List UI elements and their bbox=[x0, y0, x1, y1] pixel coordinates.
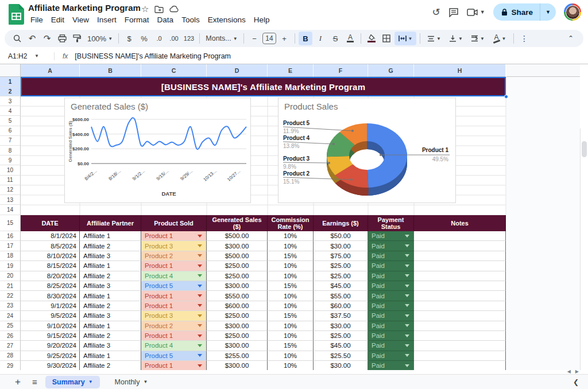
fill-color-button[interactable] bbox=[365, 32, 378, 45]
cell-value[interactable]: $37.50 bbox=[314, 311, 368, 321]
cell-date[interactable]: 8/25/2024 bbox=[21, 281, 80, 291]
formula-input[interactable]: [BUSINESS NAME]'s Affiliate Marketing Pr… bbox=[75, 52, 231, 60]
text-color-button[interactable]: A bbox=[343, 32, 357, 45]
cell-status-dropdown[interactable]: Paid bbox=[368, 301, 414, 311]
cell-value[interactable] bbox=[414, 361, 506, 370]
table-row[interactable]: 9/10/2024Affiliate 1Product 2$300.0010%$… bbox=[21, 321, 506, 331]
version-history-icon[interactable]: ↺ bbox=[432, 6, 440, 18]
cell-product-dropdown[interactable]: Product 3 bbox=[141, 241, 207, 251]
table-row[interactable]: 8/25/2024Affiliate 3Product 5$300.0015%$… bbox=[21, 281, 506, 291]
dropdown-arrow-icon[interactable] bbox=[198, 254, 202, 257]
cell-value[interactable]: $250.00 bbox=[207, 261, 268, 271]
font-select[interactable]: Monts...▼ bbox=[203, 32, 240, 45]
move-folder-icon[interactable] bbox=[154, 6, 164, 13]
table-row[interactable]: 8/1/2024Affiliate 1Product 1$500.0010%$5… bbox=[21, 231, 506, 241]
affiliate-table[interactable]: DATEAffiliate PartnerProduct SoldGenerat… bbox=[21, 215, 506, 370]
cell-status-dropdown[interactable]: Paid bbox=[368, 271, 414, 281]
horizontal-scroll-strip[interactable] bbox=[0, 370, 588, 374]
cell-status-dropdown[interactable]: Paid bbox=[368, 231, 414, 241]
cell-value[interactable] bbox=[414, 261, 506, 271]
cell-value[interactable]: $75.00 bbox=[314, 251, 368, 261]
cell-value[interactable]: $45.00 bbox=[314, 341, 368, 351]
vertical-scrollbar[interactable]: ▲ ▼ bbox=[580, 129, 588, 370]
cell-product-dropdown[interactable]: Product 5 bbox=[141, 351, 207, 361]
cell-value[interactable]: $50.00 bbox=[314, 231, 368, 241]
star-icon[interactable]: ☆ bbox=[141, 4, 149, 14]
cell-partner[interactable]: Affiliate 2 bbox=[80, 361, 141, 370]
cell-value[interactable] bbox=[414, 291, 506, 301]
cell-product-dropdown[interactable]: Product 4 bbox=[141, 271, 207, 281]
cell-value[interactable]: 15% bbox=[268, 311, 314, 321]
menu-item-view[interactable]: View bbox=[68, 14, 93, 25]
cell-status-dropdown[interactable]: Paid bbox=[368, 241, 414, 251]
cell-date[interactable]: 8/15/2024 bbox=[21, 261, 80, 271]
text-wrap-button[interactable]: ▼ bbox=[467, 32, 488, 45]
share-dropdown-caret-icon[interactable]: ▼ bbox=[540, 3, 556, 21]
cell-value[interactable]: $550.00 bbox=[207, 291, 268, 301]
table-row[interactable]: 8/30/2024Affiliate 1Product 1$550.0010%$… bbox=[21, 291, 506, 301]
menu-item-insert[interactable]: Insert bbox=[93, 14, 121, 25]
cell-value[interactable]: 10% bbox=[268, 271, 314, 281]
menu-item-edit[interactable]: Edit bbox=[47, 14, 68, 25]
scroll-right-icon[interactable]: ▶ bbox=[575, 369, 579, 374]
cell-value[interactable] bbox=[414, 241, 506, 251]
cell-value[interactable] bbox=[414, 351, 506, 361]
cell-value[interactable]: 10% bbox=[268, 291, 314, 301]
donut-chart[interactable]: Product Sales Product 511.9%Product 413.… bbox=[278, 98, 456, 203]
cell-value[interactable]: $45.00 bbox=[314, 281, 368, 291]
dropdown-arrow-icon[interactable] bbox=[405, 344, 409, 347]
dropdown-arrow-icon[interactable] bbox=[405, 244, 409, 247]
cell-value[interactable]: $25.50 bbox=[314, 351, 368, 361]
table-row[interactable]: 9/5/2024Affiliate 3Product 3$250.0015%$3… bbox=[21, 311, 506, 321]
cell-value[interactable]: $300.00 bbox=[207, 341, 268, 351]
cell-product-dropdown[interactable]: Product 1 bbox=[141, 291, 207, 301]
dropdown-arrow-icon[interactable] bbox=[405, 334, 409, 337]
cell-value[interactable] bbox=[414, 301, 506, 311]
sheet-title-cell[interactable]: [BUSINESS NAME]'s Affiliate Marketing Pr… bbox=[21, 77, 506, 96]
cell-date[interactable]: 8/1/2024 bbox=[21, 231, 80, 241]
cell-partner[interactable]: Affiliate 2 bbox=[80, 331, 141, 341]
dropdown-arrow-icon[interactable] bbox=[405, 364, 409, 367]
dropdown-arrow-icon[interactable] bbox=[198, 264, 202, 267]
dropdown-arrow-icon[interactable] bbox=[198, 235, 202, 238]
cell-value[interactable]: $30.00 bbox=[314, 241, 368, 251]
dropdown-arrow-icon[interactable] bbox=[198, 324, 202, 327]
comments-icon[interactable] bbox=[448, 7, 459, 17]
cell-value[interactable]: $250.00 bbox=[207, 331, 268, 341]
name-box[interactable]: A1:H2▼ bbox=[0, 52, 44, 60]
cell-value[interactable]: $500.00 bbox=[207, 231, 268, 241]
menu-item-file[interactable]: File bbox=[26, 14, 47, 25]
all-sheets-button[interactable]: ≡ bbox=[32, 377, 37, 387]
italic-button[interactable]: I bbox=[314, 32, 327, 45]
video-call-button[interactable]: ▼ bbox=[467, 9, 485, 16]
menu-item-help[interactable]: Help bbox=[250, 14, 274, 25]
cell-partner[interactable]: Affiliate 1 bbox=[80, 321, 141, 331]
cell-date[interactable]: 9/1/2024 bbox=[21, 301, 80, 311]
cell-partner[interactable]: Affiliate 2 bbox=[80, 301, 141, 311]
more-toolbar-button[interactable]: ⋮ bbox=[517, 32, 531, 45]
cell-product-dropdown[interactable]: Product 2 bbox=[141, 251, 207, 261]
cell-partner[interactable]: Affiliate 1 bbox=[80, 231, 141, 241]
cell-product-dropdown[interactable]: Product 1 bbox=[141, 361, 207, 370]
cell-value[interactable] bbox=[414, 251, 506, 261]
cell-value[interactable]: $25.00 bbox=[314, 261, 368, 271]
cell-value[interactable]: $250.00 bbox=[207, 311, 268, 321]
cell-value[interactable]: $30.00 bbox=[314, 361, 368, 370]
collapse-toolbar-icon[interactable]: ⌃ bbox=[564, 32, 578, 45]
spreadsheet-grid[interactable]: ABCDEFGH 1234567891011121314151617181920… bbox=[0, 64, 588, 370]
sheet-tab-caret-icon[interactable]: ▼ bbox=[143, 379, 148, 384]
account-avatar[interactable] bbox=[564, 3, 581, 21]
dropdown-arrow-icon[interactable] bbox=[198, 285, 202, 287]
cell-partner[interactable]: Affiliate 3 bbox=[80, 281, 141, 291]
table-row[interactable]: 9/15/2024Affiliate 2Product 1$250.0010%$… bbox=[21, 331, 506, 341]
dropdown-arrow-icon[interactable] bbox=[198, 304, 202, 307]
cloud-status-icon[interactable] bbox=[169, 6, 179, 13]
print-icon[interactable] bbox=[55, 32, 69, 45]
cell-value[interactable]: $30.00 bbox=[314, 321, 368, 331]
scroll-left-icon[interactable]: ◀ bbox=[567, 369, 571, 374]
menu-item-tools[interactable]: Tools bbox=[177, 14, 204, 25]
cell-status-dropdown[interactable]: Paid bbox=[368, 361, 414, 370]
vertical-scrollbar-thumb[interactable] bbox=[582, 141, 587, 157]
redo-icon[interactable]: ↷ bbox=[40, 32, 54, 45]
cell-value[interactable]: $600.00 bbox=[207, 301, 268, 311]
